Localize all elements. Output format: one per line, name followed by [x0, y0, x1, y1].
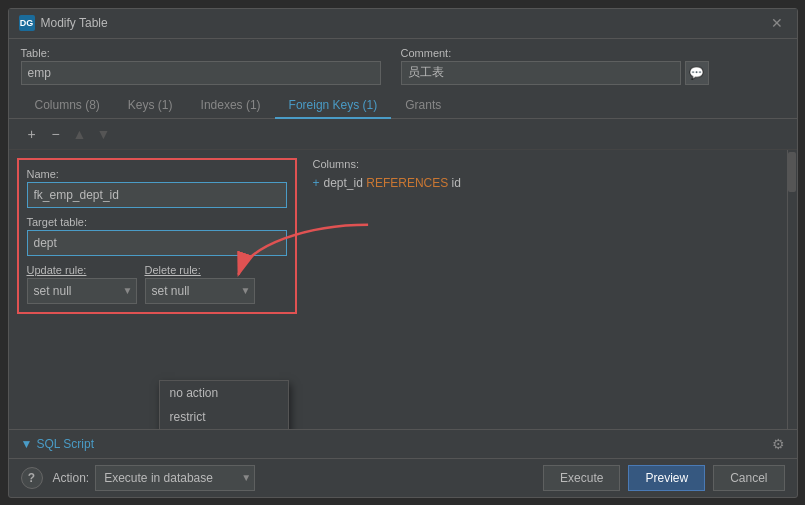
comment-label: Comment: — [401, 47, 709, 59]
update-rule-label[interactable]: Update rule: — [27, 264, 137, 276]
comment-chat-button[interactable]: 💬 — [685, 61, 709, 85]
sql-toggle-button[interactable]: ▼ SQL Script — [21, 437, 94, 451]
bottom-bar: ? Action: Execute in database ▼ Execute … — [9, 458, 797, 497]
remove-button[interactable]: − — [45, 123, 67, 145]
dropdown-item-no-action[interactable]: no action — [160, 381, 288, 405]
form-section: Table: Comment: 💬 — [9, 39, 797, 93]
dropdown-item-restrict[interactable]: restrict — [160, 405, 288, 429]
dialog-title: Modify Table — [41, 16, 108, 30]
vertical-scrollbar[interactable] — [787, 150, 797, 429]
cancel-button[interactable]: Cancel — [713, 465, 784, 491]
table-input[interactable] — [21, 61, 381, 85]
modify-table-dialog: DG Modify Table ✕ Table: Comment: 💬 Colu… — [8, 8, 798, 498]
move-down-button[interactable]: ▼ — [93, 123, 115, 145]
sql-gear-button[interactable]: ⚙ — [772, 436, 785, 452]
table-label: Table: — [21, 47, 381, 59]
action-select[interactable]: Execute in database — [95, 465, 255, 491]
title-bar: DG Modify Table ✕ — [9, 9, 797, 39]
preview-button[interactable]: Preview — [628, 465, 705, 491]
add-column-button[interactable]: + — [313, 176, 320, 190]
sql-section: ▼ SQL Script ⚙ — [9, 429, 797, 458]
sql-section-label: SQL Script — [36, 437, 94, 451]
add-button[interactable]: + — [21, 123, 43, 145]
tabs-bar: Columns (8) Keys (1) Indexes (1) Foreign… — [9, 93, 797, 119]
scrollbar-thumb[interactable] — [788, 152, 796, 192]
delete-rule-label[interactable]: Delete rule: — [145, 264, 255, 276]
sql-toggle-icon: ▼ — [21, 437, 33, 451]
foreign-key-left-panel: Name: Target table: Update rule: set nul… — [17, 158, 297, 314]
delete-rule-select[interactable]: set null no action restrict set default … — [145, 278, 255, 304]
app-icon: DG — [19, 15, 35, 31]
fk-target-table-label: Target table: — [27, 216, 287, 228]
tab-foreign-keys[interactable]: Foreign Keys (1) — [275, 93, 392, 119]
references-keyword: REFERENCES — [366, 176, 448, 190]
move-up-button[interactable]: ▲ — [69, 123, 91, 145]
tab-indexes[interactable]: Indexes (1) — [187, 93, 275, 119]
tab-keys[interactable]: Keys (1) — [114, 93, 187, 119]
action-label: Action: — [53, 471, 90, 485]
columns-panel: Columns: + dept_id REFERENCES id — [305, 150, 797, 429]
update-rule-select[interactable]: set null no action restrict set default … — [27, 278, 137, 304]
help-button[interactable]: ? — [21, 467, 43, 489]
column-reference: dept_id REFERENCES id — [324, 176, 461, 190]
main-content: Name: Target table: Update rule: set nul… — [9, 150, 797, 458]
execute-button[interactable]: Execute — [543, 465, 620, 491]
toolbar: + − ▲ ▼ — [9, 119, 797, 150]
comment-input[interactable] — [401, 61, 681, 85]
delete-rule-dropdown[interactable]: no action restrict set null set default … — [159, 380, 289, 429]
close-button[interactable]: ✕ — [767, 13, 787, 33]
action-buttons: Execute Preview Cancel — [543, 465, 784, 491]
tab-columns[interactable]: Columns (8) — [21, 93, 114, 119]
fk-name-input[interactable] — [27, 182, 287, 208]
tab-grants[interactable]: Grants — [391, 93, 455, 119]
columns-label: Columns: — [313, 158, 789, 170]
fk-target-table-input[interactable] — [27, 230, 287, 256]
fk-name-label: Name: — [27, 168, 287, 180]
content-area: Name: Target table: Update rule: set nul… — [9, 150, 797, 429]
